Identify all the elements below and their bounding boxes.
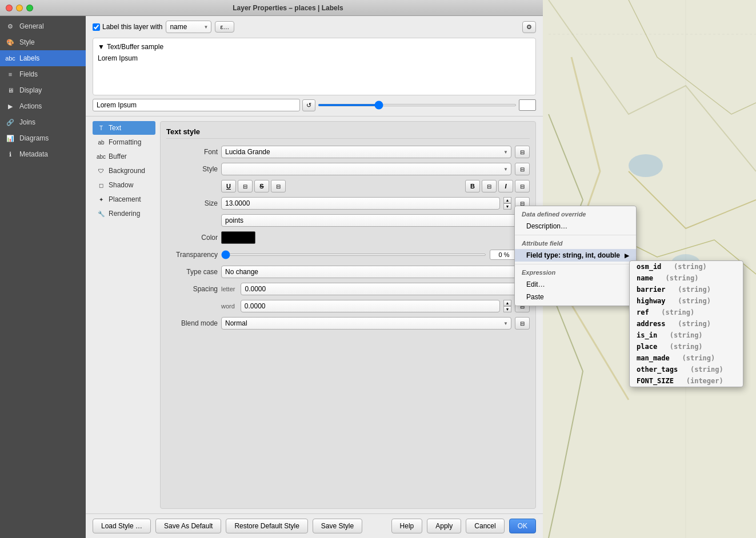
spacing-letter-row: Spacing letter ▲ ▼	[166, 283, 530, 295]
close-button[interactable]	[6, 5, 13, 11]
field-item-is_in[interactable]: is_in (string)	[630, 330, 743, 341]
blend-mode-label: Blend mode	[166, 319, 218, 327]
nav-item-background[interactable]: 🛡 Background	[93, 164, 155, 178]
italic-btn[interactable]: I	[498, 180, 513, 192]
expression-button[interactable]: ε…	[215, 21, 234, 33]
size-input[interactable]	[221, 197, 500, 210]
style-select[interactable]: Bold Italic	[221, 163, 511, 175]
help-button[interactable]: Help	[391, 519, 423, 533]
sample-section: ▼ Text/Buffer sample Lorem Ipsum	[93, 38, 536, 95]
label-checkbox[interactable]	[93, 23, 100, 31]
blend-override-btn[interactable]: ⊟	[515, 317, 530, 330]
context-description-btn[interactable]: Description…	[515, 220, 636, 232]
size-spinner[interactable]: ▲ ▼	[503, 197, 511, 210]
context-paste-btn[interactable]: Paste	[515, 291, 636, 303]
nav-item-placement[interactable]: ✦ Placement	[93, 192, 155, 206]
sidebar-item-metadata[interactable]: ℹ Metadata	[0, 146, 86, 162]
sidebar-item-fields[interactable]: ≡ Fields	[0, 66, 86, 82]
field-item-font_size[interactable]: FONT_SIZE (integer)	[630, 375, 743, 387]
field-item-place[interactable]: place (string)	[630, 341, 743, 352]
sidebar-label-labels: Labels	[19, 54, 39, 62]
save-as-default-button[interactable]: Save As Default	[155, 519, 221, 533]
sidebar-item-diagrams[interactable]: 📊 Diagrams	[0, 130, 86, 146]
context-field-type-item[interactable]: Field type: string, int, double ▶ osm_id…	[515, 249, 636, 262]
svg-point-0	[629, 154, 663, 177]
apply-button[interactable]: Apply	[427, 519, 461, 533]
sample-text-input[interactable]	[93, 99, 300, 111]
field-item-address[interactable]: address (string)	[630, 318, 743, 330]
italic-override-btn[interactable]: ⊟	[515, 180, 530, 192]
sample-slider[interactable]	[318, 104, 517, 106]
transparency-label: Transparency	[166, 251, 218, 259]
cancel-button[interactable]: Cancel	[466, 519, 504, 533]
bold-btn[interactable]: B	[465, 180, 480, 192]
transparency-slider[interactable]	[221, 254, 486, 256]
style-override-btn[interactable]: ⊟	[515, 163, 530, 175]
size-unit-select[interactable]: points pixels mm	[221, 214, 530, 227]
size-spin-up[interactable]: ▲	[503, 197, 511, 203]
font-select[interactable]: Lucida Grande	[221, 146, 511, 158]
field-item-man_made[interactable]: man_made (string)	[630, 352, 743, 364]
field-item-barrier[interactable]: barrier (string)	[630, 284, 743, 295]
size-unit-wrapper: points pixels mm	[221, 214, 530, 227]
field-item-ref[interactable]: ref (string)	[630, 307, 743, 318]
load-style-button[interactable]: Load Style …	[93, 519, 151, 533]
font-override-btn[interactable]: ⊟	[515, 146, 530, 158]
blend-mode-select[interactable]: Normal Multiply Screen	[221, 317, 511, 330]
sidebar-item-joins[interactable]: 🔗 Joins	[0, 114, 86, 130]
sample-collapse-header[interactable]: ▼ Text/Buffer sample	[98, 43, 531, 51]
refresh-button[interactable]: ↺	[302, 99, 315, 111]
letter-spacing-input[interactable]	[241, 283, 518, 295]
settings-button[interactable]: ⚙	[522, 21, 536, 33]
context-header-override: Data defined override	[515, 208, 636, 220]
context-section-override: Data defined override Description…	[515, 206, 636, 235]
label-field-select[interactable]: name	[166, 21, 211, 33]
nav-item-text[interactable]: T Text	[93, 121, 155, 135]
sidebar-item-labels[interactable]: abc Labels	[0, 50, 86, 66]
font-row: Font Lucida Grande ⊟	[166, 146, 530, 158]
sidebar-item-style[interactable]: 🎨 Style	[0, 34, 86, 50]
type-case-select[interactable]: No change All uppercase All lowercase	[221, 266, 530, 278]
rendering-nav-icon: 🔧	[97, 210, 105, 218]
field-item-osm_id[interactable]: osm_id (string)	[630, 261, 743, 272]
text-input-row: ↺	[93, 99, 536, 111]
underline-btn[interactable]: U	[221, 180, 236, 192]
word-spinner[interactable]: ▲ ▼	[503, 300, 511, 312]
underline-override-btn[interactable]: ⊟	[238, 180, 253, 192]
word-spacing-input[interactable]	[241, 300, 500, 312]
sidebar-label-style: Style	[19, 38, 35, 46]
save-style-button[interactable]: Save Style	[313, 519, 362, 533]
field-item-name[interactable]: name (string)	[630, 272, 743, 284]
sample-text-area[interactable]: Lorem Ipsum	[98, 54, 531, 89]
ok-button[interactable]: OK	[509, 519, 536, 533]
nav-item-formatting[interactable]: ab Formatting	[93, 135, 155, 149]
sidebar-item-general[interactable]: ⚙ General	[0, 18, 86, 34]
field-type-label: Field type: string, int, double	[526, 251, 620, 259]
window-controls	[6, 5, 33, 11]
collapse-arrow-icon: ▼	[98, 43, 105, 51]
context-edit-btn[interactable]: Edit…	[515, 278, 636, 291]
nav-item-buffer[interactable]: abc Buffer	[93, 150, 155, 163]
labels-nav: T Text ab Formatting abc Buffer 🛡 Backgr…	[93, 121, 155, 509]
nav-item-rendering[interactable]: 🔧 Rendering	[93, 207, 155, 220]
bold-override-btn[interactable]: ⊟	[482, 180, 497, 192]
sidebar-item-display[interactable]: 🖥 Display	[0, 82, 86, 98]
strikethrough-btn[interactable]: S	[254, 180, 269, 192]
strikethrough-override-btn[interactable]: ⊟	[271, 180, 286, 192]
minimize-button[interactable]	[16, 5, 23, 11]
label-checkbox-label[interactable]: Label this layer with	[93, 23, 162, 31]
color-swatch-black[interactable]	[221, 231, 255, 244]
size-spin-down[interactable]: ▼	[503, 203, 511, 210]
restore-default-button[interactable]: Restore Default Style	[226, 519, 307, 533]
sidebar-item-actions[interactable]: ▶ Actions	[0, 98, 86, 114]
word-label: word	[221, 303, 235, 310]
labels-area: T Text ab Formatting abc Buffer 🛡 Backgr…	[86, 117, 543, 513]
field-item-other_tags[interactable]: other_tags (string)	[630, 364, 743, 375]
dialog-body: ⚙ General 🎨 Style abc Labels ≡ Fields 🖥 …	[0, 16, 543, 538]
nav-item-shadow[interactable]: ◻ Shadow	[93, 178, 155, 192]
field-item-highway[interactable]: highway (string)	[630, 295, 743, 307]
placement-nav-icon: ✦	[97, 195, 105, 203]
joins-icon: 🔗	[6, 118, 15, 127]
style-icon: 🎨	[6, 38, 15, 47]
maximize-button[interactable]	[26, 5, 33, 11]
